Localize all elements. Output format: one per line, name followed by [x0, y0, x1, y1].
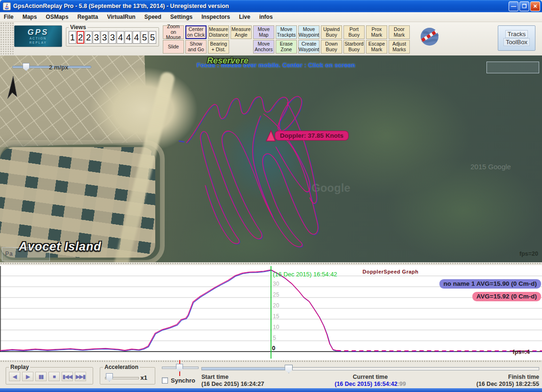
door-mark-button[interactable]: Door Mark — [389, 25, 410, 39]
acceleration-slider-thumb[interactable] — [106, 373, 113, 382]
down-buoy-button[interactable]: Down Buoy — [321, 40, 342, 54]
tracks-toolbox-button[interactable]: Tracks ToolBox — [498, 25, 535, 51]
view-button-4[interactable]: 3 — [93, 31, 100, 44]
measure-angle-button[interactable]: Measure Angle — [231, 25, 252, 39]
view-button-9[interactable]: 4 — [133, 31, 140, 44]
timeline-slider[interactable] — [201, 365, 539, 372]
mobile-position-marker — [266, 131, 275, 141]
svg-text:15: 15 — [273, 313, 279, 320]
synchro-checkbox[interactable] — [162, 377, 168, 384]
jump-to-end-button[interactable]: ▶▶▮ — [75, 372, 86, 381]
chart-legend: no name 1 AVG=15.90 (0 Cm-d)AVG=15.92 (0… — [439, 279, 541, 301]
acceleration-group: Acceleration x1 — [100, 364, 155, 384]
start-time: Start time (16 Dec 2015) 16:24:27 — [201, 374, 264, 388]
chart-title: DopplerSpeed Graph — [348, 269, 433, 274]
upwind-buoy-button[interactable]: Upwind Buoy — [321, 25, 342, 39]
finish-time-value: (16 Dec 2015) 18:22:55 — [477, 381, 539, 388]
speed-graph-panel: 051015202530 DopplerSpeed Graph (16 Dec … — [0, 262, 542, 360]
center-on-click-button[interactable]: Center on Click — [185, 25, 207, 39]
finish-time: Finish time (16 Dec 2015) 18:22:55 — [477, 374, 539, 388]
replay-controls-bar: Replay ◀▶▮▮■▮◀◀▶▶▮ Acceleration x1 Synch… — [0, 360, 542, 388]
restore-button[interactable]: ❐ — [519, 1, 529, 11]
current-time-label: Current time — [335, 374, 406, 381]
map-corner-panel[interactable]: Pa — [2, 247, 50, 261]
menu-regatta[interactable]: Regatta — [77, 14, 98, 20]
prox-mark-button[interactable]: Prox Mark — [366, 25, 387, 39]
acceleration-group-label: Acceleration — [103, 364, 140, 370]
menu-inspectors[interactable]: Inspectors — [201, 14, 230, 20]
app-window: GpsActionReplay Pro - 5.8 (September the… — [0, 0, 542, 392]
show-and-go-button[interactable]: Show and Go — [185, 40, 207, 54]
panel-splitter[interactable] — [0, 360, 542, 363]
menu-infos[interactable]: infos — [259, 14, 273, 20]
menu-file[interactable]: File — [4, 14, 14, 20]
titlebar: GpsActionReplay Pro - 5.8 (September the… — [0, 0, 542, 12]
offset-slider-thumb[interactable] — [176, 364, 183, 372]
move-map-button[interactable]: Move Map — [253, 25, 274, 39]
map-scale-label: 2 m/px — [49, 64, 68, 71]
views-group: Views 12233344455 — [66, 24, 159, 47]
port-buoy-button[interactable]: Port Buoy — [343, 25, 365, 39]
start-time-label: Start time — [201, 374, 264, 381]
minimize-button[interactable]: — — [509, 1, 518, 11]
timeline-thumb[interactable] — [285, 365, 293, 373]
menu-osmaps[interactable]: OSMaps — [46, 14, 68, 20]
view-button-11[interactable]: 5 — [149, 31, 156, 44]
map-view[interactable]: 2015 Google Google 2 m/px — [0, 55, 542, 262]
menubar: FileMapsOSMapsRegattaVirtualRunSpeedSett… — [0, 12, 542, 22]
view-button-2[interactable]: 2 — [77, 31, 84, 44]
move-trackpts-button[interactable]: Move Trackpts — [276, 25, 297, 39]
adjust-marks-button[interactable]: Adjust Marks — [389, 40, 410, 54]
menu-maps[interactable]: Maps — [23, 14, 37, 20]
zoom-on-mouse-button[interactable]: Zoom on Mouse — [163, 25, 184, 39]
toolbar-grip[interactable] — [0, 22, 14, 55]
slide-button[interactable]: Slide — [163, 40, 184, 54]
menu-settings[interactable]: Settings — [170, 14, 192, 20]
cursor-time-label: (16 Dec 2015) 16:54:42 — [273, 271, 337, 278]
pause-button[interactable]: ▮▮ — [35, 372, 47, 381]
view-button-8[interactable]: 4 — [125, 31, 132, 44]
menu-speed[interactable]: Speed — [144, 14, 161, 20]
map-fps-label: fps=20 — [519, 251, 538, 257]
gps-action-replay-logo: GPS ACTION REPLAY — [14, 25, 62, 47]
view-button-1[interactable]: 1 — [69, 31, 76, 44]
play-button[interactable]: ▶ — [22, 372, 33, 381]
view-button-7[interactable]: 4 — [117, 31, 124, 44]
toolbar: GPS ACTION REPLAY Views 12233344455 Zoom… — [0, 22, 542, 55]
replay-group-label: Replay — [9, 364, 30, 370]
legend-entry-2: AVG=15.92 (0 Cm-d) — [472, 292, 541, 301]
starbord-buoy-button[interactable]: Starbord Buoy — [343, 40, 365, 54]
north-arrow-icon — [6, 76, 19, 100]
create-waypoint-button[interactable]: Create Waypoint — [298, 40, 319, 54]
play-reverse-button[interactable]: ◀ — [9, 372, 20, 381]
legend-entry-1: no name 1 AVG=15.90 (0 Cm-d) — [439, 279, 541, 289]
move-waypoint-button[interactable]: Move Waypoint — [298, 25, 319, 39]
gps-tracks — [0, 55, 542, 262]
close-button[interactable]: ✕ — [530, 1, 540, 11]
erase-zone-button[interactable]: Erase Zone — [276, 40, 297, 54]
bearing-dist-button[interactable]: Bearing + Dist. — [208, 40, 229, 54]
menu-live[interactable]: Live — [239, 14, 250, 20]
doppler-speed-chart[interactable]: 051015202530 DopplerSpeed Graph (16 Dec … — [0, 265, 542, 360]
globe-icon[interactable] — [419, 26, 440, 47]
view-button-5[interactable]: 3 — [101, 31, 108, 44]
current-time-fraction: :99 — [398, 381, 406, 387]
window-title: GpsActionReplay Pro - 5.8 (September the… — [13, 3, 229, 9]
view-button-3[interactable]: 2 — [85, 31, 92, 44]
measure-distance-button[interactable]: Measure Distance — [208, 25, 229, 39]
escape-mark-button[interactable]: Escape Mark — [366, 40, 387, 54]
svg-text:25: 25 — [273, 291, 279, 298]
menu-virtualrun[interactable]: VirtualRun — [107, 14, 135, 20]
view-button-6[interactable]: 3 — [109, 31, 116, 44]
logo-text: GPS — [28, 28, 49, 36]
jump-to-start-button[interactable]: ▮◀◀ — [62, 372, 73, 381]
stop-button[interactable]: ■ — [48, 372, 60, 381]
svg-text:20: 20 — [273, 302, 279, 309]
map-overlay-button[interactable] — [486, 62, 539, 73]
zoom-slider-thumb[interactable] — [23, 63, 30, 71]
view-button-10[interactable]: 5 — [141, 31, 148, 44]
start-time-value: (16 Dec 2015) 16:24:27 — [201, 381, 264, 388]
move-anchors-button[interactable]: Move Anchors — [253, 40, 274, 54]
views-group-label: Views — [69, 24, 88, 31]
offset-slider[interactable] — [162, 363, 199, 373]
